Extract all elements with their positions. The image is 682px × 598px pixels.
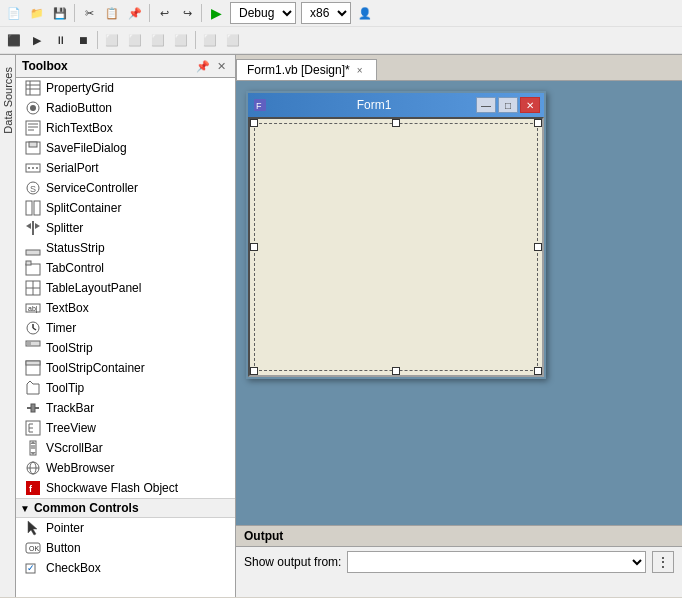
form-maximize-btn[interactable]: □	[498, 97, 518, 113]
form-body[interactable]	[248, 117, 544, 377]
treeview-label: TreeView	[46, 421, 96, 435]
toolbox-item-propertygrid[interactable]: PropertyGrid	[16, 78, 235, 98]
handle-tl[interactable]	[250, 119, 258, 127]
platform-select[interactable]: x86	[301, 2, 351, 24]
tb2-btn4[interactable]: ⏹	[72, 29, 94, 51]
sep1	[74, 4, 75, 22]
common-controls-section[interactable]: ▼ Common Controls	[16, 498, 235, 518]
tb2-btn3[interactable]: ⏸	[49, 29, 71, 51]
svg-text:S: S	[30, 184, 36, 194]
toolbox-item-timer[interactable]: Timer	[16, 318, 235, 338]
tb2-btn2[interactable]: ▶	[26, 29, 48, 51]
handle-ml[interactable]	[250, 243, 258, 251]
handle-bl[interactable]	[250, 367, 258, 375]
toolbox-item-richtextbox[interactable]: RichTextBox	[16, 118, 235, 138]
profile-btn[interactable]: 👤	[354, 2, 376, 24]
toolbox-item-textbox[interactable]: ab| TextBox	[16, 298, 235, 318]
tab-close-btn[interactable]: ×	[354, 64, 366, 76]
open-btn[interactable]: 📁	[26, 2, 48, 24]
data-sources-tab[interactable]: Data Sources	[0, 63, 16, 138]
tb2-btn5[interactable]: ⬜	[101, 29, 123, 51]
toolbox-item-button[interactable]: OK Button	[16, 538, 235, 558]
copy-btn[interactable]: 📋	[101, 2, 123, 24]
toolbox-item-trackbar[interactable]: TrackBar	[16, 398, 235, 418]
toolbox-item-splitter[interactable]: Splitter	[16, 218, 235, 238]
button-icon: OK	[24, 539, 42, 557]
toolstripcontainer-icon	[24, 359, 42, 377]
servicecontroller-icon: S	[24, 179, 42, 197]
radiobutton-icon	[24, 99, 42, 117]
toolbox-item-vscrollbar[interactable]: VScrollBar	[16, 438, 235, 458]
toolstrip-icon	[24, 339, 42, 357]
handle-mr[interactable]	[534, 243, 542, 251]
toolbox-item-toolstripcontainer[interactable]: ToolStripContainer	[16, 358, 235, 378]
form-close-btn[interactable]: ✕	[520, 97, 540, 113]
form-window-controls: — □ ✕	[476, 97, 540, 113]
svg-text:F: F	[256, 101, 262, 111]
savefiledialog-icon	[24, 139, 42, 157]
toolbox-item-tooltip[interactable]: ToolTip	[16, 378, 235, 398]
content-area: Form1.vb [Design]* × F Form1 — □ ✕	[236, 55, 682, 597]
form-minimize-btn[interactable]: —	[476, 97, 496, 113]
tb2-btn10[interactable]: ⬜	[222, 29, 244, 51]
output-source-select[interactable]	[347, 551, 646, 573]
vscrollbar-label: VScrollBar	[46, 441, 103, 455]
handle-br[interactable]	[534, 367, 542, 375]
toolbar-area: 📄 📁 💾 ✂ 📋 📌 ↩ ↪ ▶ Debug x86 👤 ⬛ ▶ ⏸ ⏹ ⬜ …	[0, 0, 682, 55]
cut-btn[interactable]: ✂	[78, 2, 100, 24]
paste-btn[interactable]: 📌	[124, 2, 146, 24]
toolbox-item-savefiledialog[interactable]: SaveFileDialog	[16, 138, 235, 158]
save-btn[interactable]: 💾	[49, 2, 71, 24]
tabcontrol-label: TabControl	[46, 261, 104, 275]
output-action-btn[interactable]: ⋮	[652, 551, 674, 573]
common-controls-label: Common Controls	[34, 501, 139, 515]
statusstrip-icon	[24, 239, 42, 257]
toolbox-item-pointer[interactable]: Pointer	[16, 518, 235, 538]
checkbox-icon: ✓	[24, 559, 42, 577]
richtextbox-label: RichTextBox	[46, 121, 113, 135]
svg-rect-35	[27, 342, 31, 345]
toolbox-close-btn[interactable]: ✕	[213, 58, 229, 74]
start-btn[interactable]: ▶	[205, 2, 227, 24]
toolbar-row-1: 📄 📁 💾 ✂ 📋 📌 ↩ ↪ ▶ Debug x86 👤	[0, 0, 682, 27]
tb2-btn6[interactable]: ⬜	[124, 29, 146, 51]
toolbox-pin-btn[interactable]: 📌	[195, 58, 211, 74]
toolbox-item-toolstrip[interactable]: ToolStrip	[16, 338, 235, 358]
debug-select[interactable]: Debug	[230, 2, 296, 24]
sep5	[195, 31, 196, 49]
handle-tr[interactable]	[534, 119, 542, 127]
toolbox-item-servicecontroller[interactable]: S ServiceController	[16, 178, 235, 198]
sep3	[201, 4, 202, 22]
toolbox-item-tabcontrol[interactable]: TabControl	[16, 258, 235, 278]
handle-bm[interactable]	[392, 367, 400, 375]
toolbox-item-statusstrip[interactable]: StatusStrip	[16, 238, 235, 258]
svg-rect-6	[26, 121, 40, 135]
tb2-btn9[interactable]: ⬜	[199, 29, 221, 51]
toolbox-item-flash[interactable]: f Shockwave Flash Object	[16, 478, 235, 498]
toolbox-item-tablelayoutpanel[interactable]: TableLayoutPanel	[16, 278, 235, 298]
propertygrid-icon	[24, 79, 42, 97]
toolbox-item-treeview[interactable]: TreeView	[16, 418, 235, 438]
undo-btn[interactable]: ↩	[153, 2, 175, 24]
new-btn[interactable]: 📄	[3, 2, 25, 24]
richtextbox-icon	[24, 119, 42, 137]
toolbox-item-serialport[interactable]: SerialPort	[16, 158, 235, 178]
svg-marker-22	[35, 223, 40, 229]
handle-tm[interactable]	[392, 119, 400, 127]
tb2-btn7[interactable]: ⬜	[147, 29, 169, 51]
toolbox-item-webbrowser[interactable]: WebBrowser	[16, 458, 235, 478]
toolbox-item-checkbox[interactable]: ✓ CheckBox	[16, 558, 235, 578]
form1-tab[interactable]: Form1.vb [Design]* ×	[236, 59, 377, 80]
designer-area[interactable]: F Form1 — □ ✕	[236, 81, 682, 525]
tb2-btn1[interactable]: ⬛	[3, 29, 25, 51]
toolbar-row-2: ⬛ ▶ ⏸ ⏹ ⬜ ⬜ ⬜ ⬜ ⬜ ⬜	[0, 27, 682, 54]
textbox-label: TextBox	[46, 301, 89, 315]
toolbox-item-radiobutton[interactable]: RadioButton	[16, 98, 235, 118]
svg-rect-37	[26, 361, 40, 365]
svg-point-14	[32, 167, 34, 169]
toolbox-item-splitcontainer[interactable]: SplitContainer	[16, 198, 235, 218]
tb2-btn8[interactable]: ⬜	[170, 29, 192, 51]
redo-btn[interactable]: ↪	[176, 2, 198, 24]
tablelayoutpanel-icon	[24, 279, 42, 297]
svg-text:ab|: ab|	[28, 305, 38, 313]
